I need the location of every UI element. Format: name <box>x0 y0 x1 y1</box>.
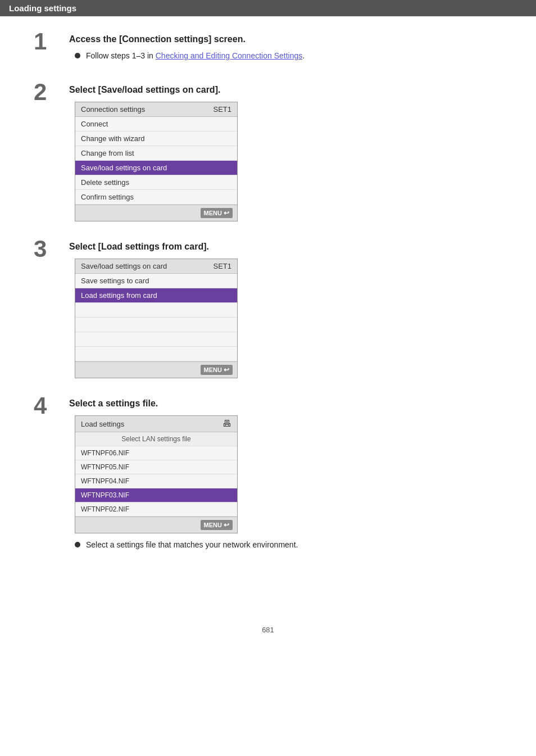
step-1-bullet-text: Follow steps 1–3 in Checking and Editing… <box>86 51 305 60</box>
page-header: Loading settings <box>0 0 536 16</box>
step-4: 4 Select a settings file. Load settings … <box>34 394 502 554</box>
step-3-menu-header-title: Save/load settings on card <box>81 262 167 270</box>
load-item-02[interactable]: WFTNPF02.NIF <box>75 503 237 517</box>
step-4-menu-btn[interactable]: MENU ↩ <box>201 520 233 530</box>
step-1-title: Access the [Connection settings] screen. <box>69 34 502 44</box>
return-icon: ↩ <box>224 209 229 217</box>
step-2-title: Select [Save/load settings on card]. <box>69 85 502 95</box>
step-3-number: 3 <box>34 237 65 261</box>
step-3-menu-header: Save/load settings on card SET1 <box>75 259 237 274</box>
return-icon-4: ↩ <box>224 521 229 529</box>
step-4-load-box: Load settings 🖷 Select LAN settings file… <box>75 415 238 533</box>
step-1: 1 Access the [Connection settings] scree… <box>34 30 502 65</box>
step-4-bullet: Select a settings file that matches your… <box>75 540 502 549</box>
step-2-menu-header-title: Connection settings <box>81 105 145 114</box>
step-3-menu-btn[interactable]: MENU ↩ <box>201 365 233 375</box>
step-3: 3 Select [Load settings from card]. Save… <box>34 237 502 378</box>
step-3-menu-set: SET1 <box>213 262 231 270</box>
menu-item-empty-4 <box>75 347 237 361</box>
menu-item-load-from-card[interactable]: Load settings from card <box>75 288 237 303</box>
step-3-content: Select [Load settings from card]. Save/l… <box>69 237 502 378</box>
step-2-number: 2 <box>34 80 65 104</box>
step-3-menu-footer: MENU ↩ <box>75 361 237 378</box>
step-4-bullet-text: Select a settings file that matches your… <box>86 540 298 549</box>
bullet-dot-4-icon <box>75 542 80 547</box>
page-content: 1 Access the [Connection settings] scree… <box>0 30 536 603</box>
step-1-content: Access the [Connection settings] screen.… <box>69 30 502 65</box>
menu-label-3: MENU <box>204 366 222 373</box>
load-subtitle: Select LAN settings file <box>75 432 237 446</box>
menu-label: MENU <box>204 210 222 216</box>
page-header-title: Loading settings <box>9 3 76 13</box>
step-2-content: Select [Save/load settings on card]. Con… <box>69 80 502 221</box>
sd-card-icon: 🖷 <box>222 419 231 429</box>
menu-item-empty-1 <box>75 303 237 318</box>
load-item-04[interactable]: WFTNPF04.NIF <box>75 474 237 488</box>
load-item-06[interactable]: WFTNPF06.NIF <box>75 446 237 460</box>
step-2-menu-btn[interactable]: MENU ↩ <box>201 208 233 218</box>
page-footer: 681 <box>0 626 536 645</box>
menu-item-confirm[interactable]: Confirm settings <box>75 190 237 205</box>
menu-item-saveload[interactable]: Save/load settings on card <box>75 161 237 175</box>
step-3-title: Select [Load settings from card]. <box>69 242 502 252</box>
menu-item-delete[interactable]: Delete settings <box>75 175 237 190</box>
step-4-load-header: Load settings 🖷 <box>75 416 237 432</box>
menu-item-empty-3 <box>75 332 237 347</box>
load-header-title: Load settings <box>81 420 124 428</box>
step-4-number: 4 <box>34 394 65 418</box>
step-1-number: 1 <box>34 30 65 53</box>
bullet-dot-icon <box>75 53 80 58</box>
step-2-menu-footer: MENU ↩ <box>75 205 237 221</box>
menu-item-wizard[interactable]: Change with wizard <box>75 132 237 146</box>
load-item-03[interactable]: WFTNPF03.NIF <box>75 488 237 503</box>
step-2-menu: Connection settings SET1 Connect Change … <box>75 102 238 221</box>
step-4-title: Select a settings file. <box>69 399 502 409</box>
load-item-05[interactable]: WFTNPF05.NIF <box>75 460 237 474</box>
menu-item-save-to-card[interactable]: Save settings to card <box>75 274 237 288</box>
menu-label-4: MENU <box>204 522 222 528</box>
menu-item-connect[interactable]: Connect <box>75 117 237 132</box>
menu-item-empty-2 <box>75 318 237 332</box>
step-3-menu: Save/load settings on card SET1 Save set… <box>75 259 238 378</box>
menu-item-list[interactable]: Change from list <box>75 146 237 161</box>
step-2: 2 Select [Save/load settings on card]. C… <box>34 80 502 221</box>
step-1-bullet: Follow steps 1–3 in Checking and Editing… <box>75 51 502 60</box>
return-icon-3: ↩ <box>224 366 229 374</box>
step-2-menu-header: Connection settings SET1 <box>75 102 237 117</box>
connection-settings-link[interactable]: Checking and Editing Connection Settings <box>156 51 303 60</box>
step-4-menu-footer: MENU ↩ <box>75 517 237 533</box>
step-4-content: Select a settings file. Load settings 🖷 … <box>69 394 502 554</box>
step-2-menu-set: SET1 <box>213 105 231 114</box>
page-number: 681 <box>262 626 274 634</box>
